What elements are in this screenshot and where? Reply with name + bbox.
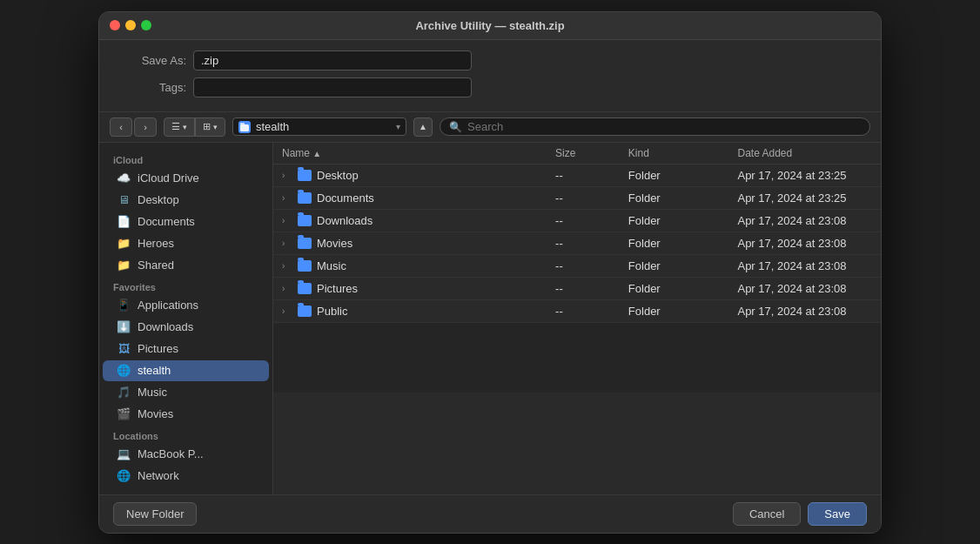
file-date: Apr 17, 2024 at 23:08 (728, 299, 881, 322)
back-button[interactable]: ‹ (110, 118, 132, 137)
list-view-button[interactable]: ☰ ▾ (164, 118, 195, 137)
location-folder-icon (238, 121, 251, 133)
file-kind: Folder (620, 209, 729, 232)
cancel-button[interactable]: Cancel (733, 502, 801, 526)
sidebar-item-label: Heroes (138, 237, 174, 250)
action-buttons: Cancel Save (733, 502, 867, 526)
folder-icon (298, 170, 312, 181)
sidebar: iCloud ☁️ iCloud Drive 🖥 Desktop 📄 Docum… (99, 143, 273, 494)
sidebar-item-shared[interactable]: 📁 Shared (103, 255, 269, 276)
file-size: -- (547, 186, 620, 209)
desktop-icon: 🖥 (117, 193, 131, 207)
macbook-icon: 💻 (117, 447, 131, 461)
music-icon: 🎵 (117, 386, 131, 400)
sidebar-item-documents[interactable]: 📄 Documents (103, 212, 269, 232)
tags-row: Tags: (117, 77, 863, 97)
collapse-icon: ▲ (419, 122, 427, 131)
sidebar-item-label: Applications (138, 299, 198, 312)
zoom-dot[interactable] (141, 20, 151, 30)
sidebar-item-desktop[interactable]: 🖥 Desktop (103, 190, 269, 211)
sidebar-item-heroes[interactable]: 📁 Heroes (103, 233, 269, 254)
sidebar-item-network[interactable]: 🌐 Network (103, 466, 269, 487)
file-size: -- (547, 254, 620, 277)
sidebar-item-label: MacBook P... (138, 447, 204, 460)
row-expand-icon: › (282, 193, 292, 203)
sidebar-item-label: Shared (138, 259, 174, 272)
documents-icon: 📄 (117, 215, 131, 229)
sidebar-section-locations: Locations (99, 426, 272, 443)
col-header-kind[interactable]: Kind (620, 143, 729, 165)
col-header-size[interactable]: Size (547, 143, 620, 165)
search-box[interactable]: 🔍 (440, 118, 870, 136)
minimize-dot[interactable] (125, 20, 136, 30)
file-size: -- (547, 209, 620, 232)
sort-arrow-name: ▲ (312, 149, 321, 158)
folder-icon (298, 260, 312, 272)
sidebar-item-downloads[interactable]: ⬇️ Downloads (103, 317, 269, 338)
sidebar-item-stealth[interactable]: 🌐 stealth (103, 360, 269, 381)
applications-icon: 📱 (117, 299, 131, 312)
row-expand-icon: › (282, 238, 292, 248)
col-header-date[interactable]: Date Added (728, 143, 881, 165)
location-bar[interactable]: stealth ▾ (232, 118, 406, 136)
tags-input[interactable] (193, 77, 472, 97)
file-name: Pictures (317, 282, 358, 295)
file-name: Public (317, 305, 347, 318)
stealth-icon: 🌐 (117, 364, 131, 378)
sidebar-item-pictures[interactable]: 🖼 Pictures (103, 339, 269, 359)
file-name: Music (317, 259, 346, 272)
sidebar-item-icloud-drive[interactable]: ☁️ iCloud Drive (103, 168, 269, 189)
nav-buttons: ‹ › (110, 118, 157, 137)
sidebar-item-label: stealth (138, 364, 171, 377)
grid-chevron: ▾ (213, 123, 218, 131)
list-icon: ☰ (171, 121, 180, 132)
movies-icon: 🎬 (117, 407, 131, 421)
table-row[interactable]: › Desktop -- Folder Apr 17, 2024 at 23:2… (273, 164, 881, 186)
shared-icon: 📁 (117, 259, 131, 272)
downloads-icon: ⬇️ (117, 320, 131, 334)
file-date: Apr 17, 2024 at 23:08 (728, 209, 881, 232)
row-expand-icon: › (282, 284, 292, 293)
forward-button[interactable]: › (134, 118, 157, 137)
grid-icon: ⊞ (203, 121, 211, 132)
folder-icon (298, 238, 312, 249)
file-size: -- (547, 164, 620, 186)
file-size: -- (547, 232, 620, 254)
col-header-name[interactable]: Name ▲ (273, 143, 547, 165)
table-row[interactable]: › Downloads -- Folder Apr 17, 2024 at 23… (273, 209, 881, 232)
tags-label: Tags: (117, 81, 186, 94)
table-row[interactable]: › Public -- Folder Apr 17, 2024 at 23:08 (273, 299, 881, 322)
table-row[interactable]: › Pictures -- Folder Apr 17, 2024 at 23:… (273, 277, 881, 299)
save-button[interactable]: Save (808, 502, 867, 526)
search-input[interactable] (467, 120, 861, 133)
save-form: Save As: Tags: (99, 40, 881, 112)
sidebar-item-applications[interactable]: 📱 Applications (103, 295, 269, 316)
window-controls (110, 20, 151, 30)
sidebar-item-music[interactable]: 🎵 Music (103, 382, 269, 403)
close-dot[interactable] (110, 20, 120, 30)
grid-view-button[interactable]: ⊞ ▾ (195, 118, 225, 137)
save-as-input[interactable] (193, 50, 472, 71)
table-row[interactable]: › Documents -- Folder Apr 17, 2024 at 23… (273, 186, 881, 209)
table-row[interactable]: › Movies -- Folder Apr 17, 2024 at 23:08 (273, 232, 881, 254)
sidebar-item-label: Pictures (138, 342, 178, 355)
file-toolbar: ‹ › ☰ ▾ ⊞ ▾ stealth ▾ ▲ (99, 112, 881, 143)
bottom-bar: New Folder Cancel Save (99, 494, 881, 533)
save-dialog: Archive Utility — stealth.zip Save As: T… (98, 11, 882, 534)
sidebar-item-movies[interactable]: 🎬 Movies (103, 404, 269, 425)
collapse-button[interactable]: ▲ (413, 118, 433, 137)
file-date: Apr 17, 2024 at 23:08 (728, 232, 881, 254)
file-name: Movies (317, 237, 352, 250)
view-buttons: ☰ ▾ ⊞ ▾ (164, 118, 225, 137)
file-kind: Folder (620, 254, 729, 277)
file-table: Name ▲ Size Kind Date Added (273, 143, 881, 323)
table-row[interactable]: › Music -- Folder Apr 17, 2024 at 23:08 (273, 254, 881, 277)
new-folder-button[interactable]: New Folder (113, 502, 197, 526)
sidebar-item-label: iCloud Drive (138, 171, 199, 185)
sidebar-item-label: Desktop (138, 193, 179, 206)
sidebar-item-macbook[interactable]: 💻 MacBook P... (103, 444, 269, 465)
file-kind: Folder (620, 277, 729, 299)
file-name: Documents (317, 191, 374, 205)
file-panel: Name ▲ Size Kind Date Added (273, 143, 881, 494)
file-size: -- (547, 277, 620, 299)
